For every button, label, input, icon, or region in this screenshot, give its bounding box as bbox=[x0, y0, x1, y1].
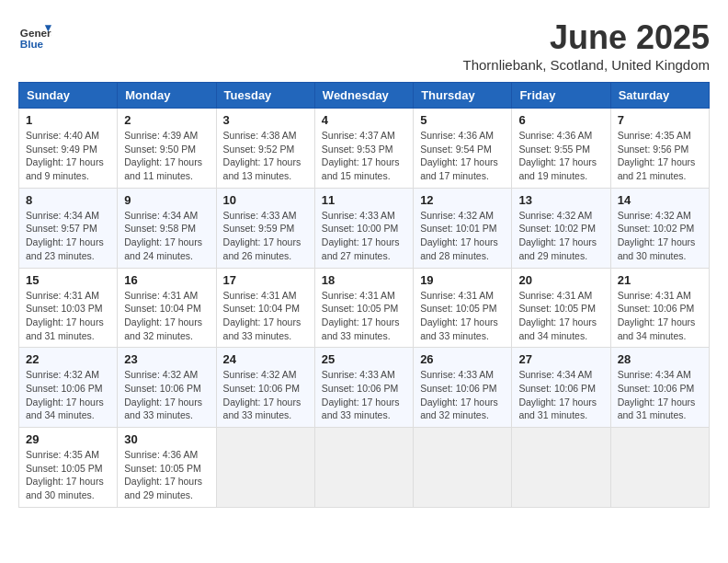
calendar-week-row: 1Sunrise: 4:40 AMSunset: 9:49 PMDaylight… bbox=[19, 109, 710, 189]
day-number: 17 bbox=[223, 273, 308, 287]
calendar-header-monday: Monday bbox=[118, 83, 216, 109]
day-info: Sunrise: 4:33 AMSunset: 10:06 PMDaylight… bbox=[322, 368, 406, 422]
day-info: Sunrise: 4:34 AMSunset: 9:58 PMDaylight:… bbox=[124, 209, 209, 263]
calendar-cell: 1Sunrise: 4:40 AMSunset: 9:49 PMDaylight… bbox=[19, 109, 118, 189]
day-number: 9 bbox=[124, 193, 209, 207]
svg-text:Blue: Blue bbox=[20, 38, 44, 50]
calendar-cell: 6Sunrise: 4:36 AMSunset: 9:55 PMDaylight… bbox=[512, 109, 610, 189]
day-info: Sunrise: 4:36 AMSunset: 9:54 PMDaylight:… bbox=[420, 129, 505, 183]
calendar-cell: 15Sunrise: 4:31 AMSunset: 10:03 PMDaylig… bbox=[19, 268, 118, 348]
calendar-header-row: SundayMondayTuesdayWednesdayThursdayFrid… bbox=[19, 83, 710, 109]
location: Thornliebank, Scotland, United Kingdom bbox=[463, 57, 711, 73]
calendar-cell: 21Sunrise: 4:31 AMSunset: 10:06 PMDaylig… bbox=[610, 268, 709, 348]
day-number: 26 bbox=[420, 352, 505, 366]
day-info: Sunrise: 4:31 AMSunset: 10:05 PMDaylight… bbox=[420, 289, 505, 343]
logo-icon: General Blue bbox=[18, 18, 51, 52]
day-number: 24 bbox=[223, 352, 308, 366]
day-number: 6 bbox=[518, 113, 603, 127]
day-info: Sunrise: 4:36 AMSunset: 9:55 PMDaylight:… bbox=[518, 129, 603, 183]
calendar-header-wednesday: Wednesday bbox=[314, 83, 413, 109]
day-info: Sunrise: 4:34 AMSunset: 10:06 PMDaylight… bbox=[518, 368, 603, 422]
day-number: 7 bbox=[618, 113, 702, 127]
calendar-cell: 4Sunrise: 4:37 AMSunset: 9:53 PMDaylight… bbox=[314, 109, 413, 189]
day-info: Sunrise: 4:31 AMSunset: 10:05 PMDaylight… bbox=[518, 289, 603, 343]
day-number: 15 bbox=[26, 273, 110, 287]
calendar-cell bbox=[216, 428, 314, 508]
day-number: 11 bbox=[322, 193, 406, 207]
calendar-body: 1Sunrise: 4:40 AMSunset: 9:49 PMDaylight… bbox=[19, 109, 710, 508]
title-block: June 2025 Thornliebank, Scotland, United… bbox=[463, 18, 711, 73]
calendar-cell: 27Sunrise: 4:34 AMSunset: 10:06 PMDaylig… bbox=[512, 348, 610, 428]
day-info: Sunrise: 4:31 AMSunset: 10:04 PMDaylight… bbox=[223, 289, 308, 343]
calendar-cell: 29Sunrise: 4:35 AMSunset: 10:05 PMDaylig… bbox=[19, 428, 118, 508]
calendar-cell: 14Sunrise: 4:32 AMSunset: 10:02 PMDaylig… bbox=[610, 188, 709, 268]
calendar-header-saturday: Saturday bbox=[610, 83, 709, 109]
calendar-cell: 9Sunrise: 4:34 AMSunset: 9:58 PMDaylight… bbox=[118, 188, 216, 268]
calendar-cell: 13Sunrise: 4:32 AMSunset: 10:02 PMDaylig… bbox=[512, 188, 610, 268]
day-number: 8 bbox=[26, 193, 110, 207]
logo: General Blue bbox=[18, 18, 51, 52]
calendar-cell: 12Sunrise: 4:32 AMSunset: 10:01 PMDaylig… bbox=[414, 188, 512, 268]
day-number: 23 bbox=[124, 352, 209, 366]
calendar-cell: 23Sunrise: 4:32 AMSunset: 10:06 PMDaylig… bbox=[118, 348, 216, 428]
day-info: Sunrise: 4:35 AMSunset: 9:56 PMDaylight:… bbox=[618, 129, 702, 183]
day-number: 2 bbox=[124, 113, 209, 127]
day-number: 28 bbox=[618, 352, 702, 366]
day-info: Sunrise: 4:32 AMSunset: 10:02 PMDaylight… bbox=[518, 209, 603, 263]
day-info: Sunrise: 4:31 AMSunset: 10:04 PMDaylight… bbox=[124, 289, 209, 343]
calendar-cell: 19Sunrise: 4:31 AMSunset: 10:05 PMDaylig… bbox=[414, 268, 512, 348]
day-number: 29 bbox=[26, 432, 110, 446]
day-info: Sunrise: 4:32 AMSunset: 10:06 PMDaylight… bbox=[26, 368, 110, 422]
calendar-cell: 5Sunrise: 4:36 AMSunset: 9:54 PMDaylight… bbox=[414, 109, 512, 189]
day-number: 16 bbox=[124, 273, 209, 287]
calendar-table: SundayMondayTuesdayWednesdayThursdayFrid… bbox=[18, 82, 710, 508]
day-info: Sunrise: 4:33 AMSunset: 9:59 PMDaylight:… bbox=[223, 209, 308, 263]
day-info: Sunrise: 4:32 AMSunset: 10:02 PMDaylight… bbox=[618, 209, 702, 263]
day-number: 12 bbox=[420, 193, 505, 207]
calendar-cell: 30Sunrise: 4:36 AMSunset: 10:05 PMDaylig… bbox=[118, 428, 216, 508]
day-info: Sunrise: 4:38 AMSunset: 9:52 PMDaylight:… bbox=[223, 129, 308, 183]
day-info: Sunrise: 4:40 AMSunset: 9:49 PMDaylight:… bbox=[26, 129, 110, 183]
day-number: 18 bbox=[322, 273, 406, 287]
calendar-cell bbox=[314, 428, 413, 508]
day-info: Sunrise: 4:33 AMSunset: 10:00 PMDaylight… bbox=[322, 209, 406, 263]
day-number: 20 bbox=[518, 273, 603, 287]
day-number: 25 bbox=[322, 352, 406, 366]
calendar-header-friday: Friday bbox=[512, 83, 610, 109]
calendar-cell: 7Sunrise: 4:35 AMSunset: 9:56 PMDaylight… bbox=[610, 109, 709, 189]
day-info: Sunrise: 4:31 AMSunset: 10:05 PMDaylight… bbox=[322, 289, 406, 343]
day-info: Sunrise: 4:32 AMSunset: 10:06 PMDaylight… bbox=[124, 368, 209, 422]
day-info: Sunrise: 4:31 AMSunset: 10:06 PMDaylight… bbox=[618, 289, 702, 343]
calendar-cell: 28Sunrise: 4:34 AMSunset: 10:06 PMDaylig… bbox=[610, 348, 709, 428]
calendar-cell: 25Sunrise: 4:33 AMSunset: 10:06 PMDaylig… bbox=[314, 348, 413, 428]
calendar-week-row: 8Sunrise: 4:34 AMSunset: 9:57 PMDaylight… bbox=[19, 188, 710, 268]
day-info: Sunrise: 4:34 AMSunset: 10:06 PMDaylight… bbox=[618, 368, 702, 422]
calendar-cell: 8Sunrise: 4:34 AMSunset: 9:57 PMDaylight… bbox=[19, 188, 118, 268]
day-info: Sunrise: 4:33 AMSunset: 10:06 PMDaylight… bbox=[420, 368, 505, 422]
day-info: Sunrise: 4:31 AMSunset: 10:03 PMDaylight… bbox=[26, 289, 110, 343]
calendar-week-row: 22Sunrise: 4:32 AMSunset: 10:06 PMDaylig… bbox=[19, 348, 710, 428]
calendar-cell: 18Sunrise: 4:31 AMSunset: 10:05 PMDaylig… bbox=[314, 268, 413, 348]
month-title: June 2025 bbox=[463, 18, 711, 57]
day-number: 22 bbox=[26, 352, 110, 366]
calendar-cell bbox=[610, 428, 709, 508]
day-info: Sunrise: 4:39 AMSunset: 9:50 PMDaylight:… bbox=[124, 129, 209, 183]
day-info: Sunrise: 4:32 AMSunset: 10:01 PMDaylight… bbox=[420, 209, 505, 263]
day-info: Sunrise: 4:34 AMSunset: 9:57 PMDaylight:… bbox=[26, 209, 110, 263]
day-info: Sunrise: 4:32 AMSunset: 10:06 PMDaylight… bbox=[223, 368, 308, 422]
calendar-cell: 3Sunrise: 4:38 AMSunset: 9:52 PMDaylight… bbox=[216, 109, 314, 189]
day-number: 10 bbox=[223, 193, 308, 207]
calendar-header-tuesday: Tuesday bbox=[216, 83, 314, 109]
day-number: 3 bbox=[223, 113, 308, 127]
day-info: Sunrise: 4:36 AMSunset: 10:05 PMDaylight… bbox=[124, 448, 209, 502]
day-number: 1 bbox=[26, 113, 110, 127]
calendar-cell: 10Sunrise: 4:33 AMSunset: 9:59 PMDayligh… bbox=[216, 188, 314, 268]
calendar-cell: 17Sunrise: 4:31 AMSunset: 10:04 PMDaylig… bbox=[216, 268, 314, 348]
calendar-cell: 16Sunrise: 4:31 AMSunset: 10:04 PMDaylig… bbox=[118, 268, 216, 348]
calendar-cell: 11Sunrise: 4:33 AMSunset: 10:00 PMDaylig… bbox=[314, 188, 413, 268]
day-info: Sunrise: 4:37 AMSunset: 9:53 PMDaylight:… bbox=[322, 129, 406, 183]
day-number: 21 bbox=[618, 273, 702, 287]
day-number: 19 bbox=[420, 273, 505, 287]
calendar-header-thursday: Thursday bbox=[414, 83, 512, 109]
calendar-week-row: 15Sunrise: 4:31 AMSunset: 10:03 PMDaylig… bbox=[19, 268, 710, 348]
